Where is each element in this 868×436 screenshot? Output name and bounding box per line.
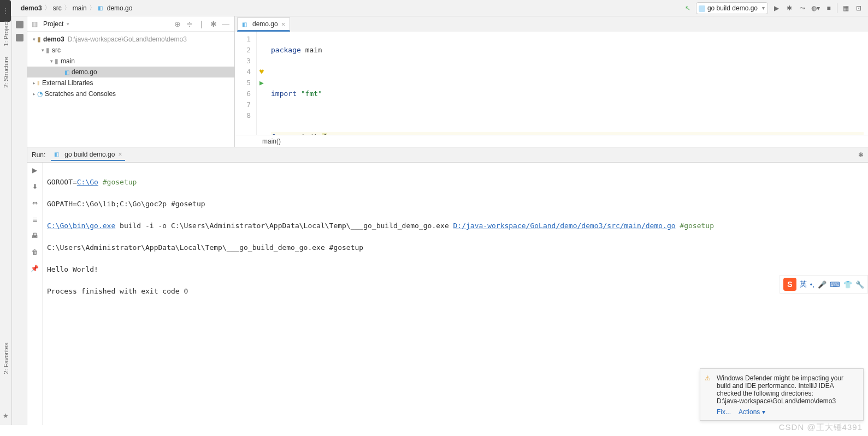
code-area[interactable]: package main import "fmt" func main() { … — [267, 32, 868, 135]
run-button[interactable]: ▶ — [771, 3, 781, 13]
favorites-tool-button[interactable]: 2: Favorites — [3, 343, 9, 374]
ime-toolbar[interactable]: S 英 •, 🎤 ⌨ 👕 🔧 — [780, 275, 868, 294]
close-run-tab-icon[interactable]: × — [118, 151, 122, 158]
run-tab-label: go build demo.go — [64, 151, 115, 158]
line-number-gutter: 12345678 — [235, 32, 257, 135]
print-button[interactable]: 🖶 — [31, 231, 39, 240]
warning-icon: ⚠ — [705, 374, 711, 382]
stop-button[interactable]: ⬇ — [31, 182, 39, 191]
tree-project-root[interactable]: ▾▮demo3D:\java-workspace\GoLand\demo\dem… — [27, 34, 234, 45]
separator — [837, 3, 837, 13]
project-view-icon: ▥ — [32, 20, 38, 28]
project-header: ▥ Project ⊕ ≑ | ✱ — — [27, 16, 234, 32]
divider: | — [197, 20, 206, 28]
project-pane: ▥ Project ⊕ ≑ | ✱ — ▾▮demo3D:\java-works… — [27, 16, 235, 147]
ime-lang[interactable]: 英 — [800, 279, 807, 289]
project-tool-button[interactable]: 1: Project — [3, 21, 9, 46]
intention-bulb-icon[interactable]: ♥ — [259, 67, 264, 77]
build-icon[interactable]: ↖ — [683, 3, 693, 13]
run-label: Run: — [32, 151, 45, 159]
structure-tool-button[interactable]: 2: Structure — [3, 57, 9, 88]
run-toolbar: ▶ ⬇ ⇔ ≣ 🖶 🗑 📌 — [27, 163, 43, 425]
ime-skin-icon[interactable]: 👕 — [843, 280, 852, 289]
ime-keyboard-icon[interactable]: ⌨ — [830, 280, 840, 289]
pin-button[interactable]: 📌 — [31, 264, 39, 273]
tree-main[interactable]: ▾▮main — [27, 56, 234, 67]
go-file-icon: ◧ — [98, 5, 103, 11]
editor-crumb-bar[interactable]: main() — [235, 135, 868, 147]
rerun-button[interactable]: ▶ — [31, 166, 39, 175]
editor-tab-demo-go[interactable]: ◧ demo.go × — [237, 17, 290, 32]
tree-src[interactable]: ▾▮src — [27, 45, 234, 56]
search-button[interactable]: ⊡ — [854, 3, 864, 13]
coverage-button[interactable]: ⤳ — [798, 3, 807, 13]
expand-icon[interactable]: ≑ — [185, 20, 194, 28]
project-tree[interactable]: ▾▮demo3D:\java-workspace\GoLand\demo\dem… — [27, 32, 234, 101]
go-file-icon: ◧ — [54, 151, 59, 157]
secondary-rail — [12, 16, 27, 425]
breadcrumb-main[interactable]: main — [73, 4, 87, 12]
console-link-goexe[interactable]: C:\Go\bin\go.exe — [47, 222, 115, 230]
tree-external-libraries[interactable]: ▸⫴External Libraries — [27, 77, 234, 88]
run-gutter-icon[interactable]: ▶ — [259, 77, 264, 88]
left-tool-strip: 1: Project 2: Structure 2: Favorites ★ — [0, 16, 12, 425]
debug-button[interactable]: ✱ — [784, 3, 794, 13]
console-link-srcfile[interactable]: D:/java-workspace/GoLand/demo/demo3/src/… — [453, 222, 676, 230]
console-link-goroot[interactable]: C:\Go — [77, 178, 98, 186]
profiler-button[interactable]: ◍▾ — [811, 3, 820, 13]
watermark: CSDN @王大锤4391 — [779, 422, 863, 433]
rail-item[interactable] — [16, 34, 23, 41]
tree-file-demo-go[interactable]: ◧demo.go — [27, 67, 234, 77]
editor-tab-bar: ◧ demo.go × — [235, 16, 868, 32]
star-icon[interactable]: ★ — [3, 412, 9, 420]
editor-body[interactable]: 12345678 ♥ ▶ package main import "fmt" f… — [235, 32, 868, 135]
notification-actions-link[interactable]: Actions ▾ — [739, 408, 765, 416]
breadcrumb-sep: 〉 — [64, 3, 70, 13]
breadcrumb[interactable]: demo3 〉 src 〉 main 〉 ◧ demo.go — [21, 3, 683, 13]
breadcrumb-file[interactable]: demo.go — [107, 4, 133, 12]
breadcrumb-sep: 〉 — [89, 3, 96, 13]
git-button[interactable]: ▦ — [841, 3, 851, 13]
trash-button[interactable]: 🗑 — [31, 248, 39, 256]
run-tab[interactable]: ◧ go build demo.go × — [51, 149, 125, 161]
layout-button[interactable]: ⇔ — [31, 199, 39, 207]
rail-item[interactable] — [16, 21, 23, 28]
run-config-selector[interactable]: go build demo.go — [696, 2, 768, 14]
ime-mic-icon[interactable]: 🎤 — [818, 280, 826, 289]
settings-icon[interactable]: ✱ — [209, 20, 218, 28]
sogou-icon[interactable]: S — [783, 278, 796, 291]
run-header: Run: ◧ go build demo.go × ✱ — [27, 147, 868, 163]
breadcrumb-src[interactable]: src — [53, 4, 62, 12]
notification-popup: ⚠ Windows Defender might be impacting yo… — [700, 368, 864, 421]
left-edge-handle[interactable]: ⋮ — [0, 0, 11, 22]
softwrap-button[interactable]: ≣ — [31, 215, 39, 224]
editor-pane: ◧ demo.go × 12345678 ♥ ▶ packa — [235, 16, 868, 147]
project-view-selector[interactable]: Project — [43, 20, 170, 28]
run-settings-icon[interactable]: ✱ — [858, 151, 864, 159]
gutter-icons: ♥ ▶ — [257, 32, 267, 135]
breadcrumb-sep: 〉 — [44, 3, 51, 13]
notification-text: Windows Defender might be impacting your… — [717, 374, 857, 405]
tree-scratches[interactable]: ▸◔Scratches and Consoles — [27, 88, 234, 99]
stop-button[interactable]: ■ — [824, 3, 834, 13]
top-toolbar: ↖ go build demo.go ▶ ✱ ⤳ ◍▾ ■ ▦ ⊡ — [683, 2, 864, 14]
ime-toolbox-icon[interactable]: 🔧 — [855, 280, 864, 289]
hide-icon[interactable]: — — [221, 20, 230, 28]
ime-punct-icon[interactable]: •, — [810, 280, 814, 289]
notification-fix-link[interactable]: Fix... — [717, 408, 731, 416]
breadcrumb-project[interactable]: demo3 — [21, 4, 42, 12]
top-bar: demo3 〉 src 〉 main 〉 ◧ demo.go ↖ go buil… — [0, 0, 868, 16]
close-tab-icon[interactable]: × — [281, 20, 286, 28]
editor-tab-label: demo.go — [252, 20, 278, 28]
locate-icon[interactable]: ⊕ — [173, 20, 182, 28]
go-file-icon: ◧ — [242, 21, 247, 27]
